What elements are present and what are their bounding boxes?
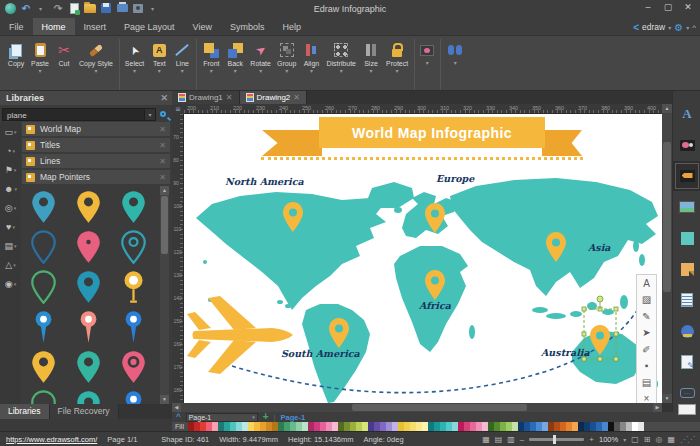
dotted-divider-line[interactable]	[261, 157, 583, 160]
map-pointer-shape[interactable]	[120, 270, 147, 308]
region-label[interactable]: Africa	[419, 300, 451, 311]
dropdown-arrow-icon[interactable]: ▾	[310, 68, 313, 75]
document-tab[interactable]: Drawing2 ✕	[240, 91, 308, 104]
scroll-down-icon[interactable]: ▼	[160, 395, 169, 404]
collapse-pagebar-icon[interactable]: ^	[176, 412, 181, 422]
banner-ribbon[interactable]: World Map Infographic	[319, 117, 545, 148]
close-button[interactable]: ✕	[678, 0, 698, 15]
panel-tab[interactable]	[673, 223, 700, 253]
vehicles-library-icon[interactable]: ⚑▾	[0, 160, 21, 179]
pointer-tool-icon[interactable]: ➤	[637, 325, 656, 342]
ribbon-button[interactable]: Align ▾	[299, 39, 323, 90]
map-pointer-shape[interactable]	[75, 350, 102, 388]
dropdown-arrow-icon[interactable]: ▾	[94, 68, 97, 75]
clipart-library-icon[interactable]: ▤▾	[0, 236, 21, 255]
map-pointer-shape[interactable]	[75, 190, 102, 228]
map-pointer-shape[interactable]	[75, 310, 102, 348]
duplicate-tool-icon[interactable]: ▤	[637, 374, 656, 391]
map-pointer-shape[interactable]	[75, 270, 102, 308]
account-dropdown-icon[interactable]: ▾	[668, 24, 671, 31]
dropdown-arrow-icon[interactable]: ▾	[369, 68, 372, 75]
dropdown-arrow-icon[interactable]: ▾	[181, 68, 184, 75]
settings-dropdown-icon[interactable]: ▾	[686, 24, 689, 31]
dropdown-arrow-icon[interactable]: ▾	[133, 68, 136, 75]
ribbon-button[interactable]: Line ▾	[171, 39, 197, 90]
close-tab-icon[interactable]: ✕	[226, 93, 233, 102]
library-section-row[interactable]: Lines ✕	[22, 154, 170, 168]
ribbon-button[interactable]: Copy ▾	[4, 39, 28, 90]
menu-item[interactable]: Help	[273, 18, 310, 35]
sidebar-tab[interactable]: File Recovery	[50, 404, 119, 419]
scroll-right-icon[interactable]: ▶	[653, 403, 662, 412]
grid-icon[interactable]: ▦	[667, 435, 675, 444]
scroll-up-icon[interactable]: ▲	[662, 104, 672, 113]
dropdown-arrow-icon[interactable]: ▾	[396, 68, 399, 75]
share-icon[interactable]: <	[633, 22, 639, 33]
zoom-slider[interactable]	[529, 438, 584, 441]
close-tool-icon[interactable]: ×	[637, 391, 656, 404]
map-pointer-shape[interactable]	[120, 190, 147, 228]
network-library-icon[interactable]: △▾	[0, 255, 21, 274]
menu-item[interactable]: File	[0, 18, 33, 35]
ribbon-button[interactable]: Paste ▾	[28, 39, 52, 90]
panel-tab[interactable]	[673, 254, 700, 284]
menu-item[interactable]: View	[184, 18, 221, 35]
ribbon-button[interactable]: Copy Style ▾	[76, 39, 120, 90]
dropdown-arrow-icon[interactable]: ▾	[259, 68, 262, 75]
close-section-icon[interactable]: ✕	[159, 125, 166, 134]
panel-resize-corner[interactable]	[678, 404, 696, 415]
library-section-row[interactable]: World Map ✕	[22, 122, 170, 136]
panel-tab[interactable]	[673, 285, 700, 315]
panel-tab[interactable]	[673, 316, 700, 346]
map-pointer-shape[interactable]	[30, 310, 57, 348]
color-swatch[interactable]	[638, 422, 644, 431]
ribbon-button[interactable]: ▾	[417, 39, 441, 90]
region-label[interactable]: North America	[225, 176, 304, 187]
menu-item[interactable]: Home	[33, 18, 75, 35]
dropdown-arrow-icon[interactable]: ▾	[454, 60, 457, 67]
maximize-button[interactable]: ▢	[658, 0, 678, 15]
account-name[interactable]: edraw	[642, 22, 665, 32]
library-section-row[interactable]: Map Pointers ✕	[22, 170, 170, 184]
ribbon-button[interactable]: Protect ▾	[383, 39, 415, 90]
map-pointer-shape[interactable]	[120, 350, 147, 388]
ribbon-button[interactable]: A Text ▾	[147, 39, 171, 90]
zoom-out-button[interactable]: –	[520, 435, 524, 444]
normal-view-icon[interactable]: ▦	[482, 435, 490, 444]
ribbon-button[interactable]: ✂ Cut ▾	[52, 39, 76, 90]
region-label[interactable]: South America	[281, 348, 360, 359]
gear-icon[interactable]: ⚙	[674, 22, 683, 33]
map-pointer-shape[interactable]	[30, 390, 57, 404]
shapes-library-icon[interactable]: ▭▾	[0, 122, 21, 141]
dropdown-arrow-icon[interactable]: ▾	[158, 68, 161, 75]
ribbon-button[interactable]: ➤ Rotate ▾	[247, 39, 274, 90]
zoom-dropdown-icon[interactable]: ▾	[623, 436, 626, 443]
dropdown-arrow-icon[interactable]: ▾	[285, 68, 288, 75]
close-tab-icon[interactable]: ✕	[293, 93, 300, 102]
idea-library-icon[interactable]: ◉▾	[0, 274, 21, 293]
panel-tab[interactable]	[673, 192, 700, 222]
map-pointer-shape[interactable]	[30, 190, 57, 228]
brush-tool-icon[interactable]: ✐	[637, 341, 656, 358]
ruler-origin-icon[interactable]: ⊞	[172, 104, 184, 114]
ribbon-button[interactable]: Size ▾	[359, 39, 383, 90]
ribbon-button[interactable]: Back ▾	[223, 39, 247, 90]
active-page-tab[interactable]: Page-1	[281, 413, 306, 422]
scroll-up-icon[interactable]: ▲	[160, 186, 169, 195]
fit-window-icon[interactable]: ▢	[631, 435, 639, 444]
library-section-row[interactable]: Titles ✕	[22, 138, 170, 152]
map-pointer-shape[interactable]	[75, 230, 102, 268]
close-section-icon[interactable]: ✕	[159, 173, 166, 182]
resize-grip[interactable]: ⋰⋰	[680, 435, 694, 444]
map-pointer-shape[interactable]	[120, 310, 147, 348]
ribbon-button[interactable]: ➤ Select ▾	[122, 39, 147, 90]
page-select-dropdown[interactable]: Page-1 ▾	[186, 413, 258, 422]
menu-item[interactable]: Insert	[75, 18, 116, 35]
collapse-ribbon-icon[interactable]: ^	[692, 23, 696, 32]
menu-item[interactable]: Symbols	[221, 18, 274, 35]
library-search-input[interactable]: plane	[2, 108, 145, 121]
fit-page-icon[interactable]: ⊞	[644, 435, 651, 444]
map-pointer-shape[interactable]	[30, 230, 57, 268]
map-pointer-shape[interactable]	[75, 390, 102, 404]
text-tool-icon[interactable]: A	[637, 275, 656, 292]
